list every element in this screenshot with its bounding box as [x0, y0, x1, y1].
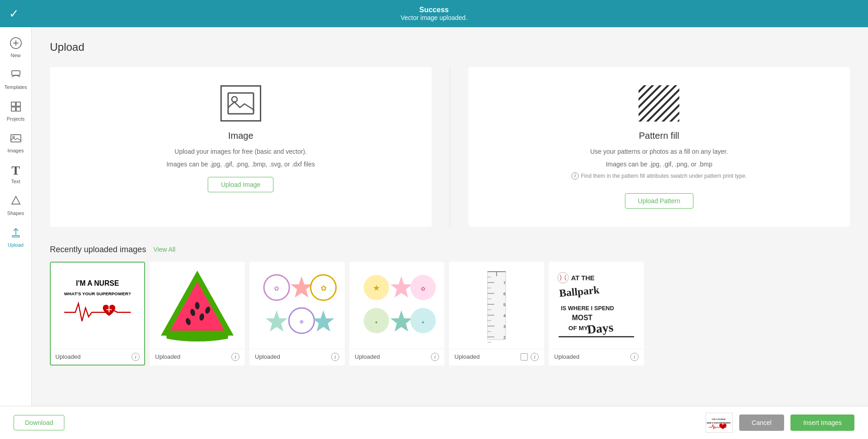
- notification-title: Success: [400, 6, 467, 14]
- svg-text:AT THE: AT THE: [571, 274, 595, 282]
- info-icon-2[interactable]: i: [231, 353, 239, 361]
- image-card-1[interactable]: I'M A NURSE WHAT'S YOUR SUPERPOWER? Uplo…: [50, 262, 145, 366]
- sidebar-item-shapes[interactable]: Shapes: [0, 190, 31, 221]
- image-label-5: Uploaded: [454, 353, 480, 360]
- svg-rect-4: [11, 102, 15, 106]
- notification-subtitle: Vector image uploaded.: [400, 14, 467, 21]
- image-grid: I'M A NURSE WHAT'S YOUR SUPERPOWER? Uplo…: [50, 262, 850, 366]
- bottom-bar: Download I'M A NURSE WHAT'S YOUR SUPERPO…: [0, 406, 868, 439]
- checkbox-icon-5[interactable]: [521, 353, 528, 361]
- image-card-5[interactable]: 7 6 5 4 3 2: [449, 262, 544, 366]
- sidebar-templates-label: Templates: [4, 84, 27, 90]
- sidebar-item-projects[interactable]: Projects: [0, 95, 31, 127]
- sidebar: New Templates Projects Images T Text: [0, 27, 32, 406]
- card-footer-icons-5: i: [521, 353, 539, 361]
- text-icon: T: [11, 164, 20, 177]
- plus-icon: [10, 37, 22, 51]
- upload-divider: [450, 67, 450, 227]
- selected-thumbnail: I'M A NURSE WHAT'S YOUR SUPERPOWER?: [706, 413, 733, 433]
- svg-text:MOST: MOST: [572, 314, 593, 322]
- image-card-footer-2: Uploaded i: [151, 349, 244, 365]
- svg-text:4: 4: [503, 313, 506, 318]
- pattern-card-desc2: Images can be .jpg, .gif, .png, or .bmp: [606, 159, 712, 169]
- image-card-footer-4: Uploaded i: [350, 349, 444, 365]
- svg-rect-7: [16, 107, 20, 111]
- pattern-card-desc1: Use your patterns or photos as a fill on…: [590, 146, 728, 156]
- download-button[interactable]: Download: [14, 415, 64, 430]
- image-card-footer-6: Uploaded i: [550, 349, 643, 365]
- sidebar-new-label: New: [10, 53, 20, 58]
- svg-text:IS WHERE I SPEND: IS WHERE I SPEND: [561, 305, 614, 312]
- image-card-3[interactable]: ✿ ✿ ❋: [249, 262, 345, 366]
- svg-marker-24: [291, 276, 312, 298]
- shapes-icon: [10, 195, 22, 209]
- sidebar-item-new[interactable]: New: [0, 32, 31, 63]
- svg-text:✿: ✿: [274, 285, 279, 292]
- sidebar-projects-label: Projects: [7, 116, 25, 122]
- info-icon-6[interactable]: i: [630, 353, 639, 361]
- sidebar-item-images[interactable]: Images: [0, 127, 31, 159]
- view-all-link[interactable]: View All: [153, 246, 176, 253]
- pattern-info-text: Find them in the pattern fill attributes…: [581, 173, 747, 179]
- image-card-6[interactable]: AT THE Ballpark IS WHERE I SPEND MOST OF…: [549, 262, 644, 366]
- pattern-card-title: Pattern fill: [639, 131, 679, 141]
- image-thumb-3: ✿ ✿ ❋: [250, 263, 344, 349]
- bottom-right: I'M A NURSE WHAT'S YOUR SUPERPOWER? Canc…: [706, 413, 854, 433]
- image-label-2: Uploaded: [155, 353, 180, 360]
- svg-text:I'M A NURSE: I'M A NURSE: [76, 279, 119, 287]
- svg-rect-6: [11, 107, 15, 111]
- svg-point-12: [232, 97, 237, 102]
- sidebar-item-text[interactable]: T Text: [0, 159, 31, 190]
- svg-text:✦: ✦: [375, 320, 378, 325]
- image-card-4[interactable]: ★ ✿ ✦ ✦: [349, 262, 444, 366]
- svg-rect-3: [12, 71, 20, 75]
- svg-rect-11: [228, 93, 254, 114]
- svg-text:5: 5: [503, 302, 506, 307]
- info-icon-4[interactable]: i: [431, 353, 439, 361]
- sidebar-item-upload[interactable]: Upload: [0, 221, 31, 253]
- svg-text:7: 7: [503, 281, 506, 285]
- recently-uploaded-header: Recently uploaded images View All: [50, 245, 850, 254]
- info-icon-3[interactable]: i: [331, 353, 339, 361]
- image-label-4: Uploaded: [355, 353, 380, 360]
- image-card-desc1: Upload your images for free (basic and v…: [175, 146, 307, 156]
- image-card-2[interactable]: Uploaded i: [150, 262, 245, 366]
- svg-point-63: [558, 272, 568, 283]
- svg-text:6: 6: [503, 292, 506, 296]
- svg-text:Ballpark: Ballpark: [559, 283, 600, 299]
- image-card-footer-5: Uploaded i: [450, 349, 543, 365]
- image-card-title: Image: [228, 131, 254, 141]
- images-icon: [10, 132, 22, 146]
- sidebar-shapes-label: Shapes: [7, 210, 24, 216]
- svg-text:✦: ✦: [421, 320, 425, 325]
- sidebar-item-templates[interactable]: Templates: [0, 63, 31, 95]
- recently-uploaded-title: Recently uploaded images: [50, 245, 146, 254]
- svg-text:3: 3: [503, 324, 506, 329]
- pattern-fill-icon: [639, 85, 679, 122]
- image-label-6: Uploaded: [554, 353, 580, 360]
- svg-rect-5: [16, 102, 20, 106]
- image-thumb-4: ★ ✿ ✦ ✦: [350, 263, 444, 349]
- sidebar-images-label: Images: [7, 148, 24, 153]
- svg-rect-8: [11, 135, 21, 142]
- cancel-button[interactable]: Cancel: [739, 415, 785, 431]
- svg-text:✿: ✿: [421, 286, 425, 292]
- content-area: Upload Image Upload your images for free…: [32, 27, 868, 406]
- upload-image-button[interactable]: Upload Image: [208, 177, 273, 192]
- pattern-upload-card: Pattern fill Use your patterns or photos…: [468, 67, 850, 227]
- info-circle-icon: i: [571, 172, 579, 180]
- info-icon-5[interactable]: i: [531, 353, 539, 361]
- image-card-footer-3: Uploaded i: [250, 349, 344, 365]
- info-icon-1[interactable]: i: [132, 353, 140, 361]
- page-title: Upload: [50, 41, 850, 54]
- svg-text:✿: ✿: [321, 284, 327, 292]
- insert-images-button[interactable]: Insert Images: [790, 415, 854, 431]
- svg-marker-30: [312, 310, 334, 332]
- upload-icon: [10, 227, 22, 240]
- upload-cards: Image Upload your images for free (basic…: [50, 67, 850, 227]
- image-thumb-6: AT THE Ballpark IS WHERE I SPEND MOST OF…: [550, 263, 643, 349]
- check-icon: ✓: [9, 7, 19, 21]
- svg-text:Days: Days: [586, 321, 614, 337]
- upload-pattern-button[interactable]: Upload Pattern: [625, 193, 693, 209]
- image-label-1: Uploaded: [55, 353, 81, 360]
